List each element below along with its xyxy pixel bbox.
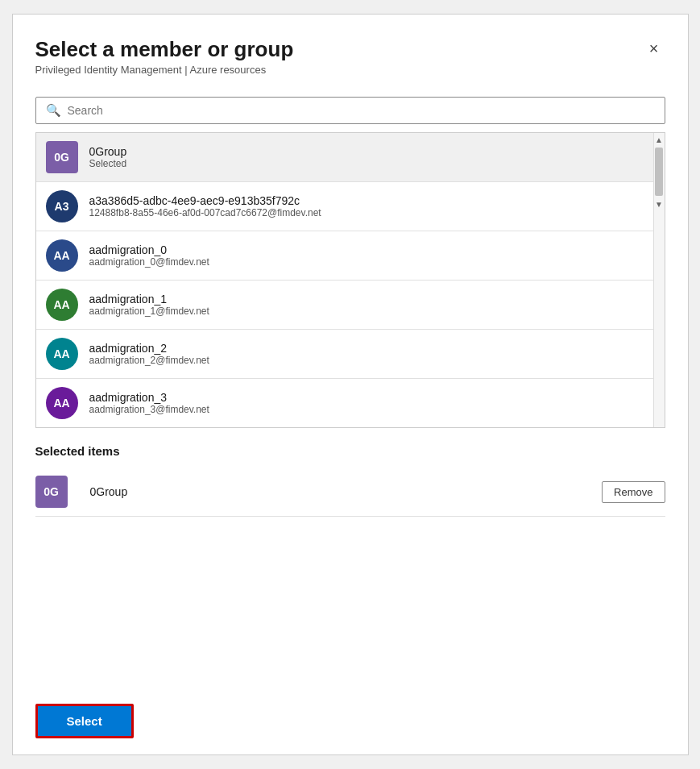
list-item[interactable]: AA aadmigration_2 aadmigration_2@fimdev.… xyxy=(36,330,653,379)
item-sub: aadmigration_1@fimdev.net xyxy=(89,306,209,317)
list-item[interactable]: AA aadmigration_0 aadmigration_0@fimdev.… xyxy=(36,231,653,281)
selected-section: Selected items 0G 0Group Remove xyxy=(35,444,665,671)
avatar: AA xyxy=(46,338,78,370)
item-text: aadmigration_1 aadmigration_1@fimdev.net xyxy=(89,293,209,317)
item-name: aadmigration_2 xyxy=(89,342,209,355)
scroll-thumb[interactable] xyxy=(655,148,663,196)
item-name: 0Group xyxy=(89,145,127,158)
dialog-footer: Select xyxy=(35,691,665,754)
avatar: AA xyxy=(46,387,78,419)
item-name: aadmigration_0 xyxy=(89,243,209,256)
list-item[interactable]: AA aadmigration_3 aadmigration_3@fimdev.… xyxy=(36,379,653,427)
item-name: a3a386d5-adbc-4ee9-aec9-e913b35f792c xyxy=(89,194,321,207)
list-item[interactable]: AA aadmigration_1 aadmigration_1@fimdev.… xyxy=(36,281,653,330)
search-icon: 🔍 xyxy=(46,103,61,118)
header-text: Select a member or group Privileged Iden… xyxy=(35,37,294,76)
scrollbar[interactable]: ▲ ▼ xyxy=(653,133,665,427)
item-name: aadmigration_1 xyxy=(89,293,209,306)
selected-row: 0G 0Group Remove xyxy=(35,468,665,517)
item-text: a3a386d5-adbc-4ee9-aec9-e913b35f792c 124… xyxy=(89,194,321,218)
scroll-down-arrow[interactable]: ▼ xyxy=(653,197,665,210)
list-item[interactable]: 0G 0Group Selected xyxy=(36,133,653,182)
selected-items-list: 0G 0Group Remove xyxy=(35,468,665,517)
item-sub: aadmigration_0@fimdev.net xyxy=(89,256,209,268)
selected-avatar: 0G xyxy=(35,476,68,508)
dialog: Select a member or group Privileged Iden… xyxy=(12,14,689,755)
dialog-header: Select a member or group Privileged Iden… xyxy=(35,37,665,76)
dialog-title: Select a member or group xyxy=(35,37,294,62)
avatar: A3 xyxy=(46,190,78,222)
selected-row-name: 0Group xyxy=(90,485,603,498)
item-sub: 12488fb8-8a55-46e6-af0d-007cad7c6672@fim… xyxy=(89,207,321,218)
dialog-subtitle: Privileged Identity Management | Azure r… xyxy=(35,64,294,76)
select-button[interactable]: Select xyxy=(35,704,134,738)
list-item[interactable]: A3 a3a386d5-adbc-4ee9-aec9-e913b35f792c … xyxy=(36,182,653,231)
item-text: aadmigration_0 aadmigration_0@fimdev.net xyxy=(89,243,209,268)
search-input[interactable] xyxy=(68,104,655,117)
item-text: aadmigration_2 aadmigration_2@fimdev.net xyxy=(89,342,209,366)
remove-button[interactable]: Remove xyxy=(602,481,665,503)
selected-section-title: Selected items xyxy=(35,444,665,458)
search-box: 🔍 xyxy=(35,97,665,124)
list-scroll-wrapper: 0G 0Group Selected A3 a3a386d5-adbc-4ee9… xyxy=(36,133,653,427)
scroll-up-arrow[interactable]: ▲ xyxy=(653,133,665,146)
item-text: aadmigration_3 aadmigration_3@fimdev.net xyxy=(89,391,209,415)
item-sub: aadmigration_2@fimdev.net xyxy=(89,355,209,366)
item-name: aadmigration_3 xyxy=(89,391,209,404)
avatar: AA xyxy=(46,239,78,272)
item-text: 0Group Selected xyxy=(89,145,127,169)
item-sub: Selected xyxy=(89,158,127,169)
close-button[interactable]: × xyxy=(643,37,665,60)
member-list: 0G 0Group Selected A3 a3a386d5-adbc-4ee9… xyxy=(35,132,665,428)
avatar: 0G xyxy=(46,141,78,173)
item-sub: aadmigration_3@fimdev.net xyxy=(89,404,209,415)
avatar: AA xyxy=(46,289,78,321)
